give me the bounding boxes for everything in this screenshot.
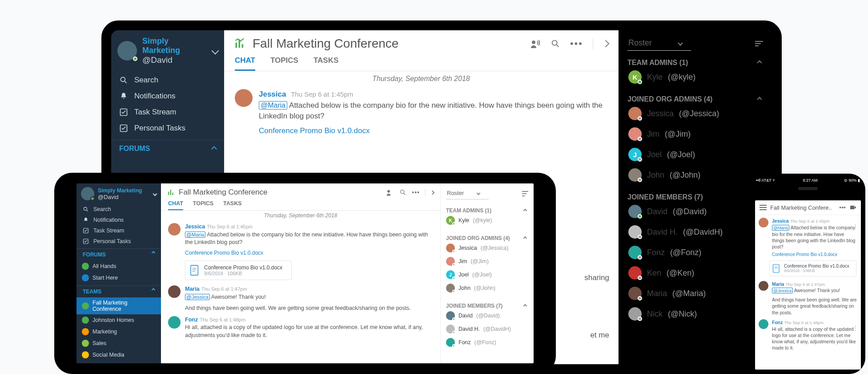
search-icon[interactable] [551, 39, 560, 49]
mention[interactable]: @Maria [185, 232, 205, 238]
roster-item[interactable]: K Kyle (@kyle) [627, 67, 763, 87]
phone-header: Fall Marketing Confere.. ••• [755, 200, 861, 215]
file-attachment[interactable]: Conference Promo Bio v1.0.docx 9/6/2018 … [185, 260, 292, 280]
tab-topics[interactable]: TOPICS [193, 200, 213, 210]
roster-item[interactable]: David H.(@DavidH) [446, 322, 528, 336]
roster-item[interactable]: Jessica(@Jessica) [446, 241, 528, 255]
nav-search[interactable]: Search [111, 72, 224, 88]
nav-notifications[interactable]: Notifications [76, 215, 161, 225]
search-icon[interactable] [399, 189, 406, 196]
team-item-active[interactable]: Fall Marketing Conference [76, 297, 161, 314]
roster-item[interactable]: David H. (@DavidH) [627, 222, 763, 242]
phone-status-bar: ••ll AT&T ᯤ 8:27 AM ⊘ 90% ▮ [756, 178, 860, 183]
avatar [628, 246, 642, 259]
roster-group-header[interactable]: JOINED ORG ADMINS (4) [446, 235, 528, 241]
forums-header[interactable]: FORUMS [76, 248, 161, 260]
more-icon[interactable]: ••• [570, 38, 583, 49]
msg-more-icon[interactable]: ⋮ [853, 223, 858, 230]
search-icon [83, 206, 89, 212]
msg-author[interactable]: Jessica [185, 224, 205, 230]
team-item[interactable]: Social Media [76, 349, 161, 361]
mention[interactable]: @Maria [259, 101, 287, 110]
roster-item[interactable]: Ken (@Ken) [627, 263, 763, 283]
roster-item[interactable]: Nick (@Nick) [627, 304, 763, 324]
chevron-right-icon[interactable] [430, 190, 435, 195]
nav-personal-tasks[interactable]: Personal Tasks [111, 120, 224, 136]
voice-icon[interactable] [386, 189, 394, 196]
tab-tasks[interactable]: TASKS [313, 56, 338, 71]
roster-item[interactable]: Jim(@Jim) [446, 255, 528, 268]
roster-item[interactable]: David (@David) [627, 201, 763, 222]
file-name: Conference Promo Bio v1.0.docx [204, 264, 282, 271]
chevron-down-icon[interactable] [153, 191, 157, 196]
team-item[interactable]: Sales [76, 337, 161, 349]
voice-icon[interactable] [530, 39, 541, 48]
forum-item[interactable]: All Hands [76, 260, 161, 272]
avatar [628, 307, 642, 321]
nav-personal-tasks[interactable]: Personal Tasks [76, 236, 161, 247]
msg-author[interactable]: Fonz [772, 320, 783, 325]
forum-item[interactable]: Start Here [76, 272, 161, 284]
profile-block[interactable]: Simply Marketing @David [76, 183, 161, 204]
roster-group-header[interactable]: JOINED ORG ADMINS (4) [627, 95, 763, 103]
roster-item[interactable]: Maria (@Maria) [627, 283, 763, 304]
file-link[interactable]: Conference Promo Bio v1.0.docx [185, 249, 263, 257]
roster-item[interactable]: JJoel(@Joel) [446, 268, 528, 281]
profile-block[interactable]: Simply Marketing @David [111, 30, 224, 72]
nav-search[interactable]: Search [76, 204, 161, 215]
msg-more-icon[interactable]: ⋮ [853, 325, 858, 332]
roster-group-header[interactable]: JOINED MEMBERS (7) [627, 193, 763, 201]
roster-icon[interactable] [849, 204, 856, 211]
more-icon[interactable]: ••• [839, 204, 846, 211]
mention[interactable]: @Maria [772, 225, 789, 231]
file-link[interactable]: Conference Promo Bio v1.0.docx [772, 252, 837, 258]
forums-header[interactable]: FORUMS [111, 140, 224, 155]
tab-chat[interactable]: CHAT [168, 200, 183, 210]
tab-topics[interactable]: TOPICS [270, 56, 298, 71]
msg-author[interactable]: Jessica [772, 218, 789, 224]
mention[interactable]: @Jessica [772, 288, 793, 293]
msg-author[interactable]: Maria [772, 281, 784, 287]
sort-icon[interactable] [755, 41, 763, 46]
roster-item[interactable]: Jessica (@Jessica) [627, 103, 763, 124]
msg-text: Hi all, attached is a copy of the update… [185, 324, 423, 338]
roster-selector[interactable]: Roster [627, 37, 691, 51]
chat-message: JessicaThu Sep 6 at 1:45pm @Maria Attach… [755, 215, 861, 259]
nav-notifications[interactable]: Notifications [111, 88, 224, 104]
roster-item[interactable]: David(@David) [446, 309, 528, 322]
msg-author[interactable]: Maria [185, 286, 200, 292]
msg-timestamp: Thu Sep 6 at 1:45pm [291, 90, 353, 98]
msg-author[interactable]: Jessica [259, 90, 286, 98]
nav-task-stream[interactable]: Task Stream [76, 225, 161, 236]
tab-chat[interactable]: CHAT [235, 56, 255, 71]
roster-group-header[interactable]: JOINED MEMBERS (7) [446, 303, 528, 309]
roster-item[interactable]: John (@John) [627, 165, 763, 185]
avatar [628, 168, 642, 182]
svg-line-13 [404, 193, 405, 195]
roster-group-header[interactable]: TEAM ADMINS (1) [446, 207, 528, 214]
team-item[interactable]: Marketing [76, 326, 161, 337]
msg-author[interactable]: Fonz [185, 317, 198, 323]
tab-tasks[interactable]: TASKS [223, 200, 241, 210]
checkbox-icon [119, 108, 128, 117]
roster-selector[interactable]: Roster [446, 188, 489, 199]
mention[interactable]: @Jessica [185, 294, 210, 300]
roster-item[interactable]: JJoel (@Joel) [627, 144, 763, 165]
chevron-down-icon[interactable] [212, 47, 219, 55]
nav-task-stream[interactable]: Task Stream [111, 104, 224, 120]
user-handle: @David [142, 55, 207, 65]
roster-group-header[interactable]: TEAM ADMINS (1) [627, 59, 763, 67]
file-link[interactable]: Conference Promo Bio v1.0.docx [259, 126, 370, 137]
team-item[interactable]: Johnston Homes [76, 314, 161, 326]
teams-header[interactable]: TEAMS [76, 285, 161, 297]
roster-item[interactable]: Fonz (@Fonz) [627, 242, 763, 263]
roster-item[interactable]: KKyle(@kyle) [446, 214, 528, 227]
chevron-right-icon[interactable] [602, 40, 610, 48]
roster-item[interactable]: Fonz(@Fonz) [446, 336, 528, 349]
roster-item[interactable]: John(@John) [446, 281, 528, 295]
file-attachment[interactable]: Conference Promo Bio v1.0.docx 9/6/2018 … [769, 260, 856, 276]
sort-icon[interactable] [522, 191, 528, 196]
roster-item[interactable]: Jim (@Jim) [627, 124, 763, 144]
more-icon[interactable]: ••• [412, 189, 420, 196]
menu-icon[interactable] [760, 205, 767, 210]
